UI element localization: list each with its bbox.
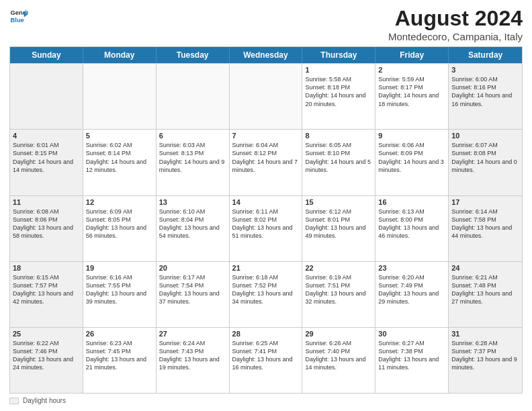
title-block: August 2024 Montedecoro, Campania, Italy [388, 7, 523, 42]
day-number: 23 [378, 264, 445, 272]
cal-cell: 29Sunrise: 6:26 AM Sunset: 7:40 PM Dayli… [302, 328, 375, 393]
cal-week-5: 25Sunrise: 6:22 AM Sunset: 7:46 PM Dayli… [10, 327, 522, 393]
cal-cell [83, 64, 157, 129]
day-number: 24 [451, 264, 519, 272]
cell-info: Sunrise: 6:23 AM Sunset: 7:45 PM Dayligh… [86, 339, 153, 372]
cal-cell: 20Sunrise: 6:17 AM Sunset: 7:54 PM Dayli… [157, 262, 230, 327]
page: General Blue August 2024 Montedecoro, Ca… [0, 0, 532, 411]
day-number: 16 [378, 198, 445, 206]
cal-cell: 6Sunrise: 6:03 AM Sunset: 8:13 PM Daylig… [157, 130, 230, 195]
cell-info: Sunrise: 6:01 AM Sunset: 8:15 PM Dayligh… [13, 141, 80, 174]
cell-info: Sunrise: 6:09 AM Sunset: 8:05 PM Dayligh… [86, 208, 153, 240]
day-number: 29 [305, 330, 372, 338]
cal-cell: 30Sunrise: 6:27 AM Sunset: 7:38 PM Dayli… [375, 328, 449, 393]
cal-cell: 21Sunrise: 6:18 AM Sunset: 7:52 PM Dayli… [230, 262, 303, 327]
day-number: 15 [305, 198, 372, 206]
cal-cell: 24Sunrise: 6:21 AM Sunset: 7:48 PM Dayli… [449, 262, 522, 327]
day-number: 19 [86, 264, 153, 272]
cal-cell: 9Sunrise: 6:06 AM Sunset: 8:09 PM Daylig… [375, 130, 449, 195]
cell-info: Sunrise: 6:27 AM Sunset: 7:38 PM Dayligh… [378, 339, 445, 372]
daylight-label: Daylight hours [23, 397, 66, 404]
cell-info: Sunrise: 6:16 AM Sunset: 7:55 PM Dayligh… [86, 273, 153, 306]
calendar: SundayMondayTuesdayWednesdayThursdayFrid… [9, 46, 523, 394]
cell-info: Sunrise: 6:02 AM Sunset: 8:14 PM Dayligh… [86, 141, 153, 174]
cell-info: Sunrise: 6:22 AM Sunset: 7:46 PM Dayligh… [13, 339, 80, 372]
cell-info: Sunrise: 6:00 AM Sunset: 8:16 PM Dayligh… [451, 75, 519, 108]
cell-info: Sunrise: 6:24 AM Sunset: 7:43 PM Dayligh… [159, 339, 226, 372]
cal-cell: 28Sunrise: 6:25 AM Sunset: 7:41 PM Dayli… [230, 328, 303, 393]
day-number: 20 [159, 264, 226, 272]
cal-week-4: 18Sunrise: 6:15 AM Sunset: 7:57 PM Dayli… [10, 261, 522, 327]
cal-header-thursday: Thursday [302, 47, 375, 63]
cal-cell: 14Sunrise: 6:11 AM Sunset: 8:02 PM Dayli… [230, 196, 303, 261]
day-number: 4 [13, 132, 80, 140]
cal-cell: 8Sunrise: 6:05 AM Sunset: 8:10 PM Daylig… [302, 130, 375, 195]
cell-info: Sunrise: 6:13 AM Sunset: 8:00 PM Dayligh… [378, 208, 445, 240]
cell-info: Sunrise: 6:06 AM Sunset: 8:09 PM Dayligh… [378, 141, 445, 174]
cal-cell: 1Sunrise: 5:58 AM Sunset: 8:18 PM Daylig… [302, 64, 375, 129]
cell-info: Sunrise: 6:20 AM Sunset: 7:49 PM Dayligh… [378, 273, 445, 306]
day-number: 17 [451, 198, 519, 206]
cell-info: Sunrise: 6:15 AM Sunset: 7:57 PM Dayligh… [13, 273, 80, 306]
day-number: 6 [159, 132, 226, 140]
subtitle: Montedecoro, Campania, Italy [388, 31, 523, 42]
cell-info: Sunrise: 6:10 AM Sunset: 8:04 PM Dayligh… [159, 208, 226, 240]
cal-cell: 26Sunrise: 6:23 AM Sunset: 7:45 PM Dayli… [83, 328, 157, 393]
day-number: 22 [305, 264, 372, 272]
day-number: 13 [159, 198, 226, 206]
cal-cell: 7Sunrise: 6:04 AM Sunset: 8:12 PM Daylig… [230, 130, 303, 195]
cell-info: Sunrise: 6:05 AM Sunset: 8:10 PM Dayligh… [305, 141, 372, 174]
cell-info: Sunrise: 6:21 AM Sunset: 7:48 PM Dayligh… [451, 273, 519, 306]
day-number: 5 [86, 132, 153, 140]
cal-cell [230, 64, 303, 129]
cell-info: Sunrise: 6:26 AM Sunset: 7:40 PM Dayligh… [305, 339, 372, 372]
day-number: 10 [451, 132, 519, 140]
day-number: 27 [159, 330, 226, 338]
cal-cell: 12Sunrise: 6:09 AM Sunset: 8:05 PM Dayli… [83, 196, 157, 261]
cal-cell: 27Sunrise: 6:24 AM Sunset: 7:43 PM Dayli… [157, 328, 230, 393]
day-number: 8 [305, 132, 372, 140]
cal-cell: 31Sunrise: 6:28 AM Sunset: 7:37 PM Dayli… [449, 328, 522, 393]
calendar-header: SundayMondayTuesdayWednesdayThursdayFrid… [10, 47, 522, 63]
daylight-box-icon [9, 398, 19, 404]
cell-info: Sunrise: 6:08 AM Sunset: 8:06 PM Dayligh… [13, 208, 80, 240]
day-number: 21 [232, 264, 300, 272]
day-number: 12 [86, 198, 153, 206]
cal-cell: 5Sunrise: 6:02 AM Sunset: 8:14 PM Daylig… [83, 130, 157, 195]
day-number: 30 [378, 330, 445, 338]
cal-cell: 13Sunrise: 6:10 AM Sunset: 8:04 PM Dayli… [157, 196, 230, 261]
svg-text:Blue: Blue [11, 17, 24, 24]
cal-cell: 22Sunrise: 6:19 AM Sunset: 7:51 PM Dayli… [302, 262, 375, 327]
cell-info: Sunrise: 6:18 AM Sunset: 7:52 PM Dayligh… [232, 273, 300, 306]
cal-header-monday: Monday [83, 47, 157, 63]
day-number: 28 [232, 330, 300, 338]
day-number: 25 [13, 330, 80, 338]
cal-header-wednesday: Wednesday [230, 47, 303, 63]
calendar-body: 1Sunrise: 5:58 AM Sunset: 8:18 PM Daylig… [10, 63, 522, 393]
header: General Blue August 2024 Montedecoro, Ca… [9, 7, 523, 42]
cal-cell: 25Sunrise: 6:22 AM Sunset: 7:46 PM Dayli… [10, 328, 83, 393]
day-number: 7 [232, 132, 300, 140]
cal-cell: 19Sunrise: 6:16 AM Sunset: 7:55 PM Dayli… [83, 262, 157, 327]
cal-header-friday: Friday [375, 47, 449, 63]
cal-cell: 15Sunrise: 6:12 AM Sunset: 8:01 PM Dayli… [302, 196, 375, 261]
cal-cell: 10Sunrise: 6:07 AM Sunset: 8:08 PM Dayli… [449, 130, 522, 195]
cal-week-3: 11Sunrise: 6:08 AM Sunset: 8:06 PM Dayli… [10, 195, 522, 261]
cell-info: Sunrise: 5:59 AM Sunset: 8:17 PM Dayligh… [378, 75, 445, 108]
day-number: 26 [86, 330, 153, 338]
logo-icon: General Blue [9, 7, 28, 26]
cal-cell: 17Sunrise: 6:14 AM Sunset: 7:58 PM Dayli… [449, 196, 522, 261]
cal-cell: 3Sunrise: 6:00 AM Sunset: 8:16 PM Daylig… [449, 64, 522, 129]
main-title: August 2024 [388, 7, 523, 30]
cell-info: Sunrise: 6:03 AM Sunset: 8:13 PM Dayligh… [159, 141, 226, 174]
cal-header-tuesday: Tuesday [157, 47, 230, 63]
day-number: 2 [378, 66, 445, 74]
cell-info: Sunrise: 5:58 AM Sunset: 8:18 PM Dayligh… [305, 75, 372, 108]
cal-cell [10, 64, 83, 129]
day-number: 18 [13, 264, 80, 272]
cal-week-1: 1Sunrise: 5:58 AM Sunset: 8:18 PM Daylig… [10, 63, 522, 129]
day-number: 9 [378, 132, 445, 140]
cal-header-sunday: Sunday [10, 47, 83, 63]
cal-cell: 23Sunrise: 6:20 AM Sunset: 7:49 PM Dayli… [375, 262, 449, 327]
cell-info: Sunrise: 6:28 AM Sunset: 7:37 PM Dayligh… [451, 339, 519, 372]
